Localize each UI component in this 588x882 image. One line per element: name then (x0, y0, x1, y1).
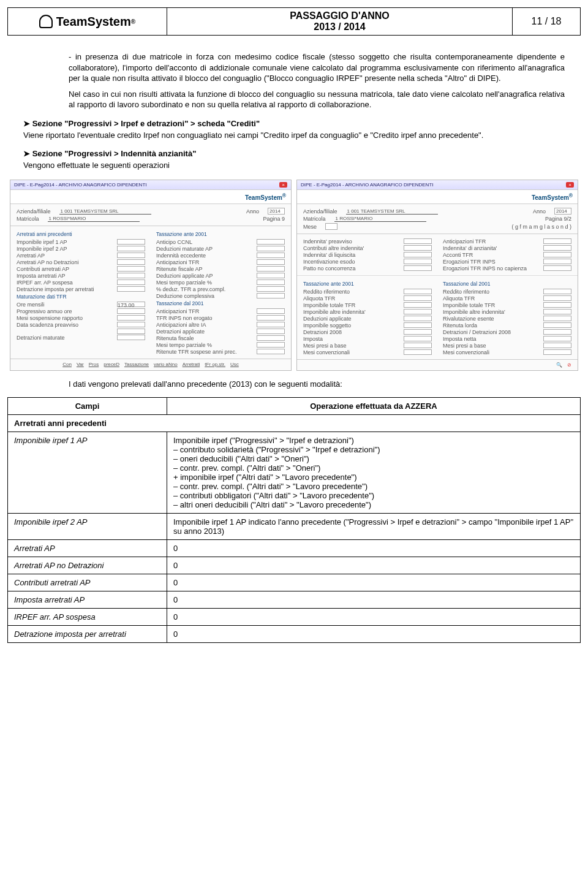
footer-button[interactable]: vario aNno (154, 362, 178, 367)
field-input[interactable] (117, 322, 145, 327)
close-icon[interactable]: × (566, 182, 574, 188)
field-input[interactable] (404, 245, 432, 251)
field-input[interactable] (117, 246, 145, 251)
footer-button[interactable]: Usc (230, 362, 239, 367)
field-input[interactable] (257, 266, 285, 272)
footer-button[interactable]: Arretrati (183, 362, 200, 367)
field-input[interactable] (404, 238, 432, 244)
close-btn[interactable]: ⊘ (567, 362, 571, 368)
field-input[interactable] (543, 265, 571, 271)
field-input[interactable] (257, 342, 285, 348)
field-input[interactable] (257, 286, 285, 292)
field-input[interactable] (117, 308, 145, 314)
field-input[interactable] (543, 252, 571, 257)
field-row: Detrazioni maturate (17, 334, 145, 341)
field-input[interactable] (543, 245, 571, 251)
brand-bar: TeamSystem® (10, 190, 291, 204)
field-input[interactable] (404, 343, 432, 348)
field-input[interactable] (117, 286, 145, 292)
footer-button[interactable]: preceD (104, 362, 119, 367)
field-input[interactable] (257, 246, 285, 251)
anno-value[interactable]: 2014 (554, 208, 571, 215)
field-input[interactable] (117, 335, 145, 340)
field-input[interactable] (404, 309, 432, 314)
mese-value[interactable] (325, 223, 337, 230)
field-input[interactable]: 173.00 (117, 302, 145, 307)
field-input[interactable] (543, 309, 571, 314)
field-input[interactable] (543, 343, 571, 348)
footer-button[interactable]: tFr op.str. (205, 362, 225, 367)
field-input[interactable] (404, 259, 432, 264)
field-input[interactable] (543, 336, 571, 341)
matricola-value[interactable]: 1 ROSSI*MARIO (48, 216, 140, 222)
field-input[interactable] (543, 295, 571, 301)
field-input[interactable] (404, 289, 432, 294)
field-input[interactable] (543, 259, 571, 264)
section-crediti: Sezione "Progressivi > Irpef e detrazion… (7, 119, 581, 141)
table-section-header: Arretrati anni precedenti (8, 415, 581, 432)
field-row: IRPEF arr. AP sospesa (17, 279, 145, 286)
field-row: Deduzioni applicate (303, 315, 432, 322)
field-input[interactable] (543, 329, 571, 335)
screenshots-row: DIPE - E-Pag2014 - ARCHIVIO ANAGRAFICO D… (10, 180, 578, 371)
field-input[interactable] (117, 239, 145, 245)
footer-button[interactable]: Var (77, 362, 84, 367)
field-input[interactable] (543, 289, 571, 294)
field-input[interactable] (257, 273, 285, 278)
azienda-label: Azienda/filiale (17, 208, 51, 215)
field-input[interactable] (257, 279, 285, 285)
field-input[interactable] (257, 293, 285, 298)
field-input[interactable] (404, 349, 432, 355)
azienda-value[interactable]: 1 001 TEAMSYSTEM SRL (59, 208, 151, 215)
field-input[interactable] (257, 322, 285, 327)
field-input[interactable] (257, 315, 285, 321)
value-line: – oneri deducibili ("Altri dati" > "Oner… (173, 454, 574, 463)
footer-button[interactable]: Con (62, 362, 72, 367)
field-row: Imponibile altre indennita' (303, 308, 432, 315)
field-input[interactable] (117, 259, 145, 265)
field-input[interactable] (117, 273, 145, 278)
field-input[interactable] (404, 295, 432, 301)
row-label: Imposta arretrati AP (8, 591, 167, 609)
months-strip: ( g f m a m g l a s o n d ) (511, 224, 571, 230)
mese-label: Mese (303, 224, 317, 230)
field-input[interactable] (257, 308, 285, 314)
field-label: Mesi presi a base (443, 343, 541, 349)
field-row: Anticipo CCNL (156, 238, 285, 245)
field-input[interactable] (543, 302, 571, 308)
field-row: Detrazione imposta per arretrati (17, 286, 145, 292)
field-input[interactable] (404, 302, 432, 308)
field-input[interactable] (257, 329, 285, 334)
field-input[interactable] (117, 253, 145, 258)
close-icon[interactable]: × (279, 182, 287, 188)
field-input[interactable] (257, 349, 285, 354)
footer-button[interactable]: Pros (89, 362, 99, 367)
field-input[interactable] (543, 316, 571, 321)
field-input[interactable] (257, 259, 285, 265)
field-input[interactable] (117, 329, 145, 334)
azienda-value[interactable]: 1 001 TEAMSYSTEM SRL (346, 208, 438, 215)
field-input[interactable] (404, 316, 432, 321)
field-input[interactable] (404, 265, 432, 271)
value-line: – contr. prev. compl. ("Altri dati" > "L… (173, 482, 574, 491)
search-icon[interactable]: 🔍 (556, 362, 562, 368)
field-input[interactable] (257, 239, 285, 245)
field-input[interactable] (117, 266, 145, 272)
field-input[interactable] (404, 322, 432, 328)
row-label: IRPEF arr. AP sospesa (8, 609, 167, 626)
field-input[interactable] (117, 315, 145, 321)
table-row: IRPEF arr. AP sospesa0 (8, 609, 581, 626)
field-row: Anticipazioni TFR (156, 308, 285, 314)
field-input[interactable] (543, 349, 571, 355)
field-input[interactable] (543, 322, 571, 328)
field-input[interactable] (404, 336, 432, 341)
field-input[interactable] (257, 253, 285, 258)
field-input[interactable] (117, 279, 145, 285)
anno-value[interactable]: 2014 (268, 208, 285, 215)
field-input[interactable] (404, 329, 432, 335)
matricola-value[interactable]: 1 ROSSI*MARIO (334, 216, 426, 222)
field-input[interactable] (404, 252, 432, 257)
footer-button[interactable]: Tassazione (124, 362, 149, 367)
field-input[interactable] (543, 238, 571, 244)
field-input[interactable] (257, 335, 285, 341)
